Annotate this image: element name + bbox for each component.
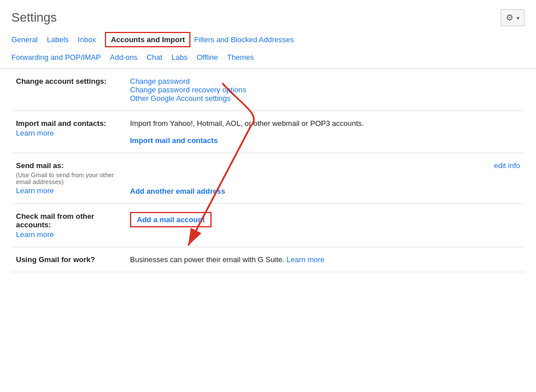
add-mail-account-button[interactable]: Add a mail account [130, 212, 212, 227]
nav-chat[interactable]: Chat [147, 48, 168, 66]
value-send-mail: edit info Add another email address [125, 153, 525, 204]
nav-container: General Labels Inbox Accounts and Import… [0, 31, 536, 69]
table-row: Check mail from other accounts: Learn mo… [11, 204, 525, 247]
label-gmail-work: Using Gmail for work? [11, 247, 125, 272]
table-row: Send mail as: (Use Gmail to send from yo… [11, 153, 525, 204]
gmail-work-text: Businesses can power their email with G … [130, 255, 287, 264]
check-mail-learn-more[interactable]: Learn more [16, 230, 121, 239]
nav-row-2: Forwarding and POP/IMAP Add-ons Chat Lab… [11, 48, 525, 68]
chevron-down-icon: ▾ [517, 15, 519, 21]
nav-general[interactable]: General [11, 31, 43, 48]
table-row: Import mail and contacts: Learn more Imp… [11, 111, 525, 153]
nav-addons[interactable]: Add-ons [110, 48, 143, 66]
gsuite-learn-more-link[interactable]: Learn more [287, 255, 324, 264]
value-change-account: Change password Change password recovery… [125, 69, 525, 111]
value-import-mail: Import from Yahoo!, Hotmail, AOL, or oth… [125, 111, 525, 153]
table-row: Change account settings: Change password… [11, 69, 525, 111]
change-recovery-link[interactable]: Change password recovery options [130, 85, 246, 94]
settings-header: Settings ⚙ ▾ [0, 0, 536, 31]
label-import-mail: Import mail and contacts: Learn more [11, 111, 125, 153]
nav-labels[interactable]: Labels [47, 31, 74, 48]
google-account-link[interactable]: Other Google Account settings [130, 94, 230, 103]
nav-themes[interactable]: Themes [227, 48, 259, 66]
send-mail-sublabel: (Use Gmail to send from your other email… [16, 172, 121, 185]
import-learn-more-link[interactable]: Learn more [16, 129, 121, 137]
nav-filters[interactable]: Filters and Blocked Addresses [194, 31, 299, 48]
nav-inbox[interactable]: Inbox [78, 31, 102, 48]
nav-row-1: General Labels Inbox Accounts and Import… [11, 31, 525, 48]
nav-offline[interactable]: Offline [197, 48, 224, 66]
page-title: Settings [11, 10, 57, 25]
nav-forwarding[interactable]: Forwarding and POP/IMAP [11, 48, 107, 66]
send-mail-learn-more[interactable]: Learn more [16, 186, 121, 195]
label-send-mail: Send mail as: (Use Gmail to send from yo… [11, 153, 125, 204]
value-check-mail: Add a mail account [125, 204, 525, 247]
import-mail-contacts-link[interactable]: Import mail and contacts [130, 136, 218, 145]
nav-labs[interactable]: Labs [172, 48, 193, 66]
import-description: Import from Yahoo!, Hotmail, AOL, or oth… [130, 119, 364, 128]
label-change-account: Change account settings: [11, 69, 125, 111]
table-row: Using Gmail for work? Businesses can pow… [11, 247, 525, 272]
label-check-mail: Check mail from other accounts: Learn mo… [11, 204, 125, 247]
settings-table: Change account settings: Change password… [11, 69, 525, 272]
value-gmail-work: Businesses can power their email with G … [125, 247, 525, 272]
change-password-link[interactable]: Change password [130, 77, 190, 85]
gear-icon: ⚙ [506, 13, 513, 23]
edit-info-link[interactable]: edit info [494, 161, 520, 170]
settings-content: Change account settings: Change password… [0, 69, 536, 272]
nav-accounts-import[interactable]: Accounts and Import [105, 32, 190, 47]
content-area: Change account settings: Change password… [0, 69, 536, 272]
add-email-address-link[interactable]: Add another email address [130, 187, 225, 195]
gear-button[interactable]: ⚙ ▾ [501, 9, 525, 26]
